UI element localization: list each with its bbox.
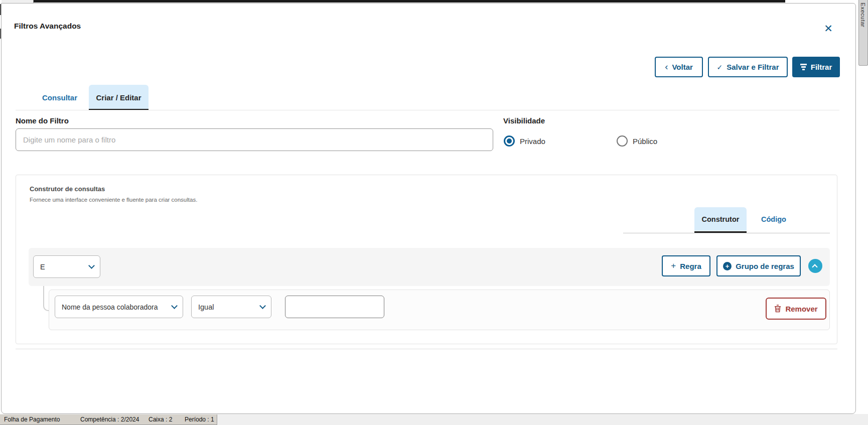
close-icon: ✕ bbox=[824, 23, 833, 34]
page-title: Filtros Avançados bbox=[14, 22, 81, 31]
voltar-button[interactable]: ‹ Voltar bbox=[655, 57, 703, 77]
check-icon: ✓ bbox=[717, 63, 723, 71]
radio-privado-label: Privado bbox=[520, 137, 545, 146]
salvar-e-filtrar-button-label: Salvar e Filtrar bbox=[727, 63, 779, 71]
status-periodo: Período : 1 bbox=[185, 416, 214, 423]
filtrar-button-label: Filtrar bbox=[811, 63, 832, 71]
window-top-edge bbox=[34, 0, 785, 3]
executar-side-tab-label: 3Executar bbox=[860, 0, 866, 27]
tabs-divider bbox=[16, 110, 839, 110]
rule-field-select[interactable]: Nome da pessoa colaboradora bbox=[55, 296, 183, 318]
add-rule-button[interactable]: + Regra bbox=[662, 255, 710, 276]
chevron-down-icon bbox=[171, 303, 178, 309]
status-bar: Folha de Pagamento Competência : 2/2024 … bbox=[0, 414, 217, 425]
filtros-avancados-dialog: Filtros Avançados ✕ ‹ Voltar ✓ Salvar e … bbox=[1, 3, 856, 414]
bottom-divider bbox=[16, 349, 837, 349]
add-rule-button-label: Regra bbox=[680, 262, 701, 270]
radio-publico-label: Público bbox=[633, 137, 657, 146]
rule-value-input[interactable] bbox=[285, 296, 384, 318]
salvar-e-filtrar-button[interactable]: ✓ Salvar e Filtrar bbox=[708, 57, 788, 77]
query-builder-subtitle: Fornece uma interface conveniente e flue… bbox=[30, 197, 197, 203]
status-module: Folha de Pagamento bbox=[4, 416, 60, 423]
rule-row: Nome da pessoa colaboradora Igual Remove… bbox=[49, 290, 830, 330]
query-builder-title: Construtor de consultas bbox=[30, 185, 105, 193]
rule-operator-value: Igual bbox=[198, 303, 214, 311]
filtrar-button[interactable]: Filtrar bbox=[792, 57, 840, 77]
add-rule-group-button-label: Grupo de regras bbox=[736, 262, 794, 270]
tab-consultar[interactable]: Consultar bbox=[32, 85, 88, 110]
radio-selected-icon bbox=[504, 135, 515, 147]
tab-codigo[interactable]: Código bbox=[754, 207, 794, 231]
rule-operator-select[interactable]: Igual bbox=[191, 296, 271, 318]
tab-construtor[interactable]: Construtor bbox=[694, 207, 747, 231]
chevron-up-icon bbox=[812, 264, 817, 269]
radio-unselected-icon bbox=[617, 135, 628, 147]
query-builder-card: Construtor de consultas Fornece uma inte… bbox=[16, 175, 837, 344]
radio-publico[interactable]: Público bbox=[617, 135, 657, 147]
radio-privado[interactable]: Privado bbox=[504, 135, 545, 147]
nome-do-filtro-label: Nome do Filtro bbox=[16, 116, 69, 125]
remove-rule-button[interactable]: Remover bbox=[766, 298, 826, 320]
voltar-button-label: Voltar bbox=[672, 63, 692, 71]
group-operator-value: E bbox=[40, 263, 45, 271]
chevron-down-icon bbox=[259, 303, 266, 309]
status-competencia: Competência : 2/2024 bbox=[80, 416, 139, 423]
nome-do-filtro-input[interactable] bbox=[16, 128, 493, 151]
executar-side-tab[interactable]: 3Executar bbox=[858, 0, 868, 66]
rule-group-header: E + Regra + Grupo de regras bbox=[29, 248, 830, 286]
remove-rule-button-label: Remover bbox=[785, 305, 817, 313]
filter-icon bbox=[800, 64, 807, 70]
status-caixa: Caixa : 2 bbox=[149, 416, 172, 423]
chevron-down-icon bbox=[88, 262, 95, 269]
plus-icon: + bbox=[671, 261, 676, 271]
rule-field-value: Nome da pessoa colaboradora bbox=[62, 303, 158, 311]
group-operator-select[interactable]: E bbox=[33, 255, 100, 278]
plus-circle-icon: + bbox=[723, 262, 732, 270]
tab-criar-editar[interactable]: Criar / Editar bbox=[89, 85, 149, 110]
collapse-group-button[interactable] bbox=[808, 259, 822, 273]
trash-icon bbox=[774, 305, 781, 313]
close-button[interactable]: ✕ bbox=[820, 21, 836, 37]
add-rule-group-button[interactable]: + Grupo de regras bbox=[716, 255, 801, 276]
chevron-left-icon: ‹ bbox=[665, 62, 668, 71]
visibilidade-label: Visibilidade bbox=[503, 116, 545, 125]
inner-tabs-divider bbox=[623, 233, 830, 233]
